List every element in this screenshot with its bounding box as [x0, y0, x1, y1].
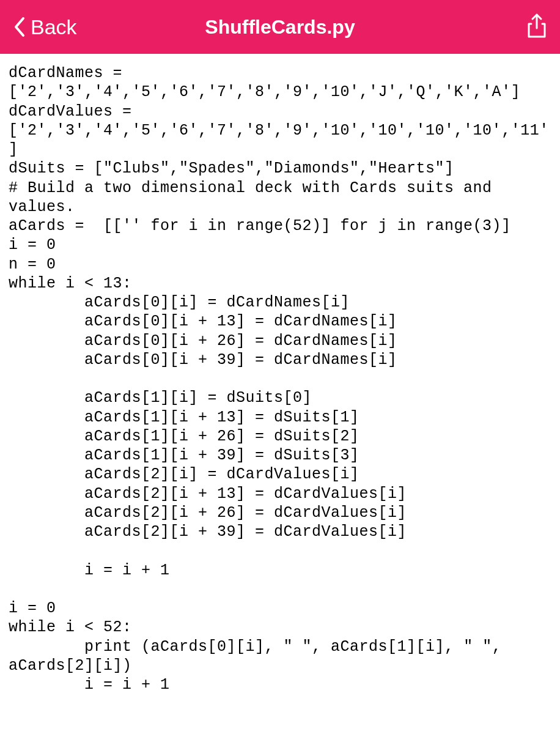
share-icon — [526, 12, 548, 42]
page-title: ShuffleCards.py — [205, 16, 355, 39]
chevron-left-icon — [12, 16, 26, 38]
back-button[interactable]: Back — [12, 15, 77, 39]
header-bar: Back ShuffleCards.py — [0, 0, 560, 54]
share-button[interactable] — [526, 12, 548, 42]
code-viewer[interactable]: dCardNames = ['2','3','4','5','6','7','8… — [0, 54, 560, 704]
back-label: Back — [31, 15, 77, 39]
